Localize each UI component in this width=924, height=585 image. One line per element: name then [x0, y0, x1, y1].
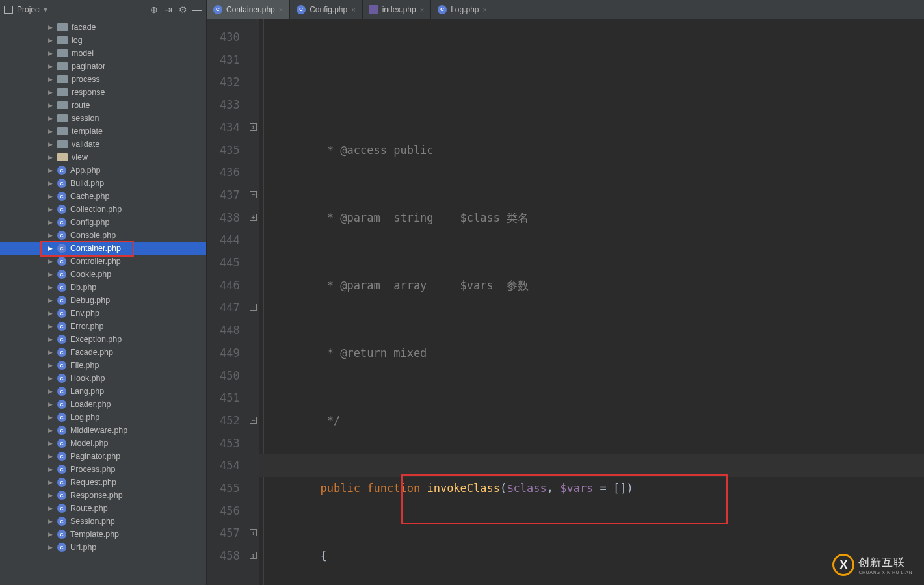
expand-arrow-icon[interactable]: ▶ — [48, 310, 53, 317]
tree-folder[interactable]: ▶response — [0, 86, 206, 99]
tree-file[interactable]: ▶CPaginator.php — [0, 450, 206, 463]
fold-toggle-icon[interactable]: ↕ — [250, 552, 257, 559]
expand-arrow-icon[interactable]: ▶ — [48, 453, 53, 460]
tree-file[interactable]: ▶CDebug.php — [0, 294, 206, 307]
expand-arrow-icon[interactable]: ▶ — [48, 362, 53, 369]
tree-file[interactable]: ▶CProcess.php — [0, 463, 206, 476]
expand-arrow-icon[interactable]: ▶ — [48, 76, 53, 83]
locate-icon[interactable]: ⊕ — [149, 5, 159, 15]
close-icon[interactable]: × — [351, 6, 355, 14]
expand-arrow-icon[interactable]: ▶ — [48, 50, 53, 57]
expand-arrow-icon[interactable]: ▶ — [48, 24, 53, 31]
tree-file[interactable]: ▶CHook.php — [0, 372, 206, 385]
tree-folder[interactable]: ▶facade — [0, 21, 206, 34]
tree-folder[interactable]: ▶session — [0, 112, 206, 125]
close-icon[interactable]: × — [483, 6, 487, 14]
expand-arrow-icon[interactable]: ▶ — [48, 531, 53, 538]
close-icon[interactable]: × — [279, 6, 283, 14]
expand-arrow-icon[interactable]: ▶ — [48, 388, 53, 395]
tree-file[interactable]: ▶CConsole.php — [0, 229, 206, 242]
expand-arrow-icon[interactable]: ▶ — [48, 375, 53, 382]
tree-file[interactable]: ▶CEnv.php — [0, 307, 206, 320]
tree-file[interactable]: ▶CUrl.php — [0, 541, 206, 554]
fold-toggle-icon[interactable]: + — [250, 214, 257, 221]
tree-file[interactable]: ▶CException.php — [0, 333, 206, 346]
expand-arrow-icon[interactable]: ▶ — [48, 141, 53, 148]
tree-file[interactable]: ▶CConfig.php — [0, 216, 206, 229]
tree-file[interactable]: ▶CApp.php — [0, 164, 206, 177]
tree-file[interactable]: ▶CError.php — [0, 320, 206, 333]
tree-file[interactable]: ▶CCollection.php — [0, 203, 206, 216]
tree-file[interactable]: ▶CSession.php — [0, 515, 206, 528]
expand-arrow-icon[interactable]: ▶ — [48, 180, 53, 187]
expand-arrow-icon[interactable]: ▶ — [48, 349, 53, 356]
tree-file[interactable]: ▶CRoute.php — [0, 502, 206, 515]
tree-file[interactable]: ▶CFile.php — [0, 359, 206, 372]
tree-file[interactable]: ▶CResponse.php — [0, 489, 206, 502]
tree-file[interactable]: ▶CCookie.php — [0, 268, 206, 281]
tree-folder[interactable]: ▶validate — [0, 138, 206, 151]
expand-arrow-icon[interactable]: ▶ — [48, 466, 53, 473]
expand-arrow-icon[interactable]: ▶ — [48, 245, 53, 252]
tree-file[interactable]: ▶CLoader.php — [0, 398, 206, 411]
editor-tab[interactable]: Log.php× — [431, 0, 494, 19]
expand-arrow-icon[interactable]: ▶ — [48, 89, 53, 96]
expand-arrow-icon[interactable]: ▶ — [48, 102, 53, 109]
tree-file[interactable]: ▶CBuild.php — [0, 177, 206, 190]
expand-arrow-icon[interactable]: ▶ — [48, 479, 53, 486]
fold-toggle-icon[interactable]: ↕ — [250, 529, 257, 536]
expand-arrow-icon[interactable]: ▶ — [48, 544, 53, 551]
expand-arrow-icon[interactable]: ▶ — [48, 232, 53, 239]
fold-toggle-icon[interactable]: − — [250, 191, 257, 198]
fold-column[interactable]: ↕−+−−↕↕ — [248, 20, 259, 585]
expand-arrow-icon[interactable]: ▶ — [48, 167, 53, 174]
expand-arrow-icon[interactable]: ▶ — [48, 206, 53, 213]
tree-file[interactable]: ▶CFacade.php — [0, 346, 206, 359]
expand-arrow-icon[interactable]: ▶ — [48, 154, 53, 161]
tree-folder[interactable]: ▶model — [0, 47, 206, 60]
tree-folder[interactable]: ▶template — [0, 125, 206, 138]
project-title[interactable]: Project — [17, 5, 41, 14]
expand-arrow-icon[interactable]: ▶ — [48, 219, 53, 226]
tree-file[interactable]: ▶CContainer.php — [0, 242, 206, 255]
fold-toggle-icon[interactable]: − — [250, 304, 257, 311]
tree-folder[interactable]: ▶process — [0, 73, 206, 86]
code-area[interactable]: * @access public * @param string $class … — [259, 20, 924, 585]
expand-arrow-icon[interactable]: ▶ — [48, 193, 53, 200]
tree-file[interactable]: ▶CDb.php — [0, 281, 206, 294]
editor-tab[interactable]: index.php× — [363, 0, 431, 19]
expand-arrow-icon[interactable]: ▶ — [48, 128, 53, 135]
tree-file[interactable]: ▶CModel.php — [0, 437, 206, 450]
tree-file[interactable]: ▶CRequest.php — [0, 476, 206, 489]
editor-tab[interactable]: Config.php× — [290, 0, 362, 19]
expand-arrow-icon[interactable]: ▶ — [48, 440, 53, 447]
expand-arrow-icon[interactable]: ▶ — [48, 115, 53, 122]
expand-arrow-icon[interactable]: ▶ — [48, 505, 53, 512]
expand-arrow-icon[interactable]: ▶ — [48, 63, 53, 70]
minimize-icon[interactable]: — — [192, 5, 202, 15]
expand-arrow-icon[interactable]: ▶ — [48, 401, 53, 408]
tree-folder[interactable]: ▶paginator — [0, 60, 206, 73]
tree-file[interactable]: ▶CController.php — [0, 255, 206, 268]
tree-file[interactable]: ▶CLog.php — [0, 411, 206, 424]
tree-folder[interactable]: ▶route — [0, 99, 206, 112]
expand-arrow-icon[interactable]: ▶ — [48, 414, 53, 421]
project-tree[interactable]: ▶facade▶log▶model▶paginator▶process▶resp… — [0, 20, 207, 585]
tree-file[interactable]: ▶CCache.php — [0, 190, 206, 203]
tree-file[interactable]: ▶CLang.php — [0, 385, 206, 398]
expand-arrow-icon[interactable]: ▶ — [48, 271, 53, 278]
dropdown-arrow-icon[interactable]: ▾ — [44, 5, 47, 14]
tree-folder[interactable]: ▶view — [0, 151, 206, 164]
expand-arrow-icon[interactable]: ▶ — [48, 284, 53, 291]
fold-toggle-icon[interactable]: ↕ — [250, 124, 257, 131]
editor-tab[interactable]: Container.php× — [207, 0, 290, 19]
expand-arrow-icon[interactable]: ▶ — [48, 427, 53, 434]
expand-arrow-icon[interactable]: ▶ — [48, 297, 53, 304]
expand-arrow-icon[interactable]: ▶ — [48, 518, 53, 525]
fold-toggle-icon[interactable]: − — [250, 417, 257, 424]
tree-file[interactable]: ▶CMiddleware.php — [0, 424, 206, 437]
expand-arrow-icon[interactable]: ▶ — [48, 258, 53, 265]
expand-arrow-icon[interactable]: ▶ — [48, 336, 53, 343]
collapse-icon[interactable]: ⇥ — [163, 5, 174, 15]
close-icon[interactable]: × — [420, 6, 424, 14]
